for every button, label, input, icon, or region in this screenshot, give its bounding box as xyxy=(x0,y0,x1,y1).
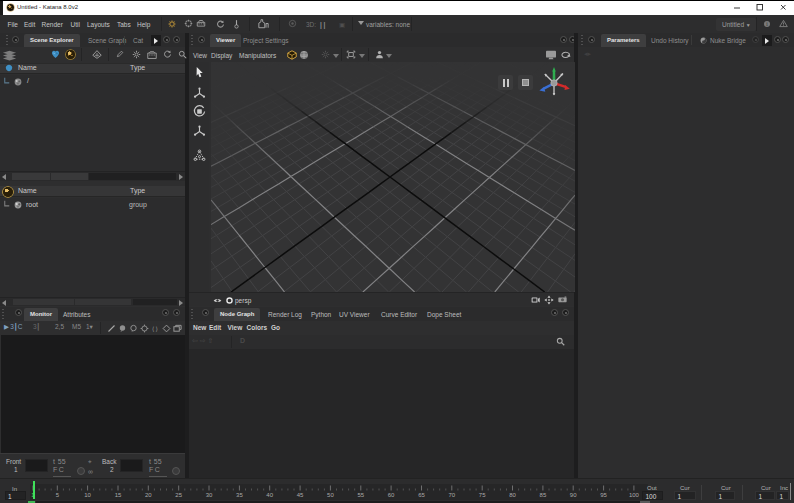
svg-text:90: 90 xyxy=(570,492,577,498)
svg-text:70: 70 xyxy=(448,492,455,498)
svg-text:20: 20 xyxy=(145,492,152,498)
svg-text:65: 65 xyxy=(418,492,425,498)
svg-text:45: 45 xyxy=(297,492,304,498)
svg-text:80: 80 xyxy=(509,492,516,498)
svg-text:95: 95 xyxy=(600,492,607,498)
svg-text:100: 100 xyxy=(629,492,640,498)
svg-text:35: 35 xyxy=(236,492,243,498)
svg-text:40: 40 xyxy=(266,492,273,498)
svg-text:75: 75 xyxy=(479,492,486,498)
svg-text:15: 15 xyxy=(115,492,122,498)
svg-text:30: 30 xyxy=(206,492,213,498)
svg-text:10: 10 xyxy=(84,492,91,498)
svg-text:85: 85 xyxy=(540,492,547,498)
svg-text:50: 50 xyxy=(327,492,334,498)
svg-text:55: 55 xyxy=(357,492,364,498)
svg-text:60: 60 xyxy=(388,492,395,498)
svg-text:25: 25 xyxy=(175,492,182,498)
